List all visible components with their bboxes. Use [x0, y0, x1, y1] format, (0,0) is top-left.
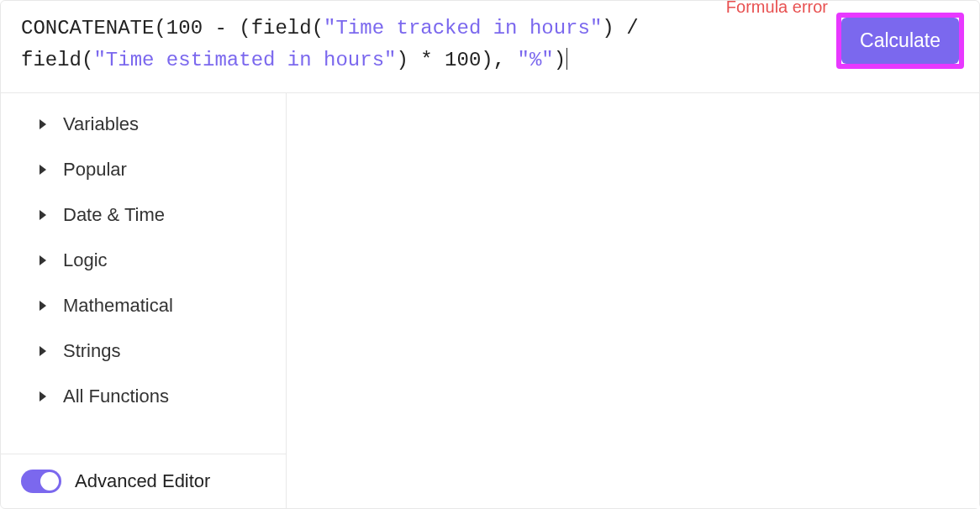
category-label: Popular — [63, 159, 127, 181]
category-label: Variables — [63, 113, 139, 135]
formula-token: field( — [21, 49, 93, 71]
category-item[interactable]: Logic — [1, 238, 286, 283]
text-cursor — [566, 48, 567, 70]
calculate-button-highlight: Calculate — [836, 13, 964, 69]
category-label: Mathematical — [63, 295, 173, 317]
chevron-right-icon — [40, 165, 46, 175]
formula-token: ) — [554, 49, 566, 71]
formula-token: "Time estimated in hours" — [93, 49, 396, 71]
category-label: All Functions — [63, 386, 169, 407]
formula-token: "Time tracked in hours" — [324, 17, 602, 39]
formula-token: ) / — [602, 17, 651, 39]
formula-error-text: Formula error — [726, 0, 828, 17]
category-label: Strings — [63, 340, 120, 362]
calculate-button[interactable]: Calculate — [841, 18, 959, 64]
formula-editor-container: Formula error CONCATENATE(100 - (field("… — [0, 0, 980, 509]
category-item[interactable]: Popular — [1, 147, 286, 192]
formula-token: "%" — [518, 49, 554, 71]
formula-token: CONCATENATE(100 - (field( — [21, 17, 324, 39]
main-content-area — [287, 93, 979, 508]
chevron-right-icon — [40, 119, 46, 129]
category-item[interactable]: Variables — [1, 102, 286, 147]
advanced-editor-row: Advanced Editor — [1, 454, 286, 508]
advanced-editor-toggle[interactable] — [21, 470, 61, 493]
toggle-knob — [40, 472, 59, 491]
category-item[interactable]: Mathematical — [1, 283, 286, 328]
chevron-right-icon — [40, 391, 46, 401]
category-label: Date & Time — [63, 204, 165, 226]
category-label: Logic — [63, 249, 108, 271]
lower-panel: VariablesPopularDate & TimeLogicMathemat… — [1, 93, 979, 508]
formula-token: ) * 100), — [396, 49, 517, 71]
formula-top-bar: Formula error CONCATENATE(100 - (field("… — [1, 1, 979, 93]
chevron-right-icon — [40, 346, 46, 356]
category-item[interactable]: All Functions — [1, 374, 286, 419]
sidebar: VariablesPopularDate & TimeLogicMathemat… — [1, 93, 287, 508]
chevron-right-icon — [40, 255, 46, 265]
category-item[interactable]: Strings — [1, 328, 286, 374]
chevron-right-icon — [40, 210, 46, 220]
category-item[interactable]: Date & Time — [1, 192, 286, 238]
advanced-editor-label: Advanced Editor — [75, 470, 210, 492]
formula-input[interactable]: CONCATENATE(100 - (field("Time tracked i… — [21, 13, 836, 77]
category-list: VariablesPopularDate & TimeLogicMathemat… — [1, 93, 286, 454]
chevron-right-icon — [40, 301, 46, 311]
